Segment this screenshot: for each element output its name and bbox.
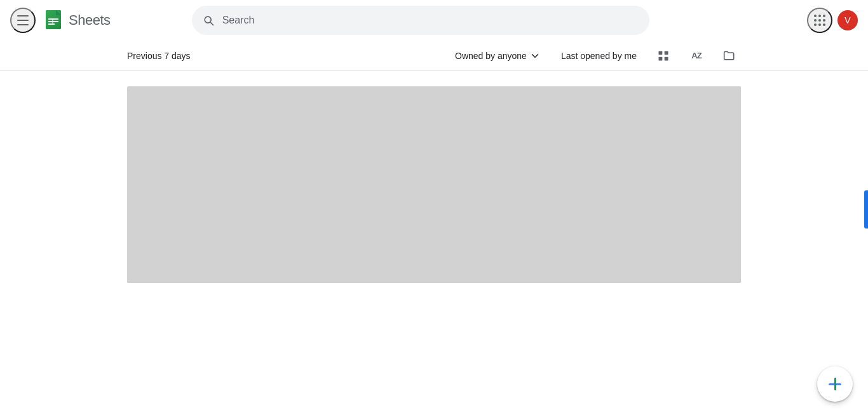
header-right: V <box>807 8 858 33</box>
last-opened-label-text: Last opened by me <box>561 51 637 61</box>
apps-grid-button[interactable] <box>807 8 832 33</box>
toolbar: Previous 7 days Owned by anyone Last ope… <box>0 41 868 71</box>
section-label: Previous 7 days <box>127 51 450 61</box>
owned-by-label: Owned by anyone <box>455 51 527 61</box>
svg-rect-9 <box>665 56 668 60</box>
apps-grid-icon <box>814 15 825 26</box>
hamburger-icon <box>17 15 29 25</box>
chevron-down-icon <box>529 50 541 62</box>
list-view-button[interactable] <box>718 44 741 67</box>
main-content <box>0 71 868 298</box>
plus-icon <box>827 376 843 392</box>
svg-rect-3 <box>48 21 58 22</box>
search-bar[interactable] <box>192 6 649 35</box>
app-name-label: Sheets <box>69 12 111 29</box>
user-avatar[interactable]: V <box>837 10 858 30</box>
search-icon <box>202 14 215 27</box>
svg-rect-2 <box>48 18 58 20</box>
menu-button[interactable] <box>10 8 36 33</box>
owned-by-filter[interactable]: Owned by anyone <box>450 46 546 65</box>
grid-view-icon <box>657 50 670 62</box>
search-input[interactable] <box>222 15 639 26</box>
header: Sheets V <box>0 0 868 41</box>
last-opened-filter[interactable]: Last opened by me <box>556 47 642 65</box>
logo-area[interactable]: Sheets <box>41 8 111 33</box>
content-placeholder <box>127 86 741 283</box>
new-spreadsheet-fab[interactable] <box>817 366 853 402</box>
sort-az-icon: AZ <box>691 51 701 60</box>
svg-rect-7 <box>665 51 668 55</box>
side-accent-bar <box>864 190 868 228</box>
svg-rect-4 <box>48 23 55 25</box>
sheets-logo-icon <box>41 8 66 33</box>
filter-group: Owned by anyone Last opened by me AZ <box>450 44 741 67</box>
sort-az-button[interactable]: AZ <box>685 44 708 67</box>
grid-view-button[interactable] <box>652 44 675 67</box>
folder-view-icon <box>723 50 736 62</box>
svg-rect-6 <box>659 51 663 55</box>
svg-rect-8 <box>659 56 663 60</box>
search-bar-container <box>192 6 649 35</box>
